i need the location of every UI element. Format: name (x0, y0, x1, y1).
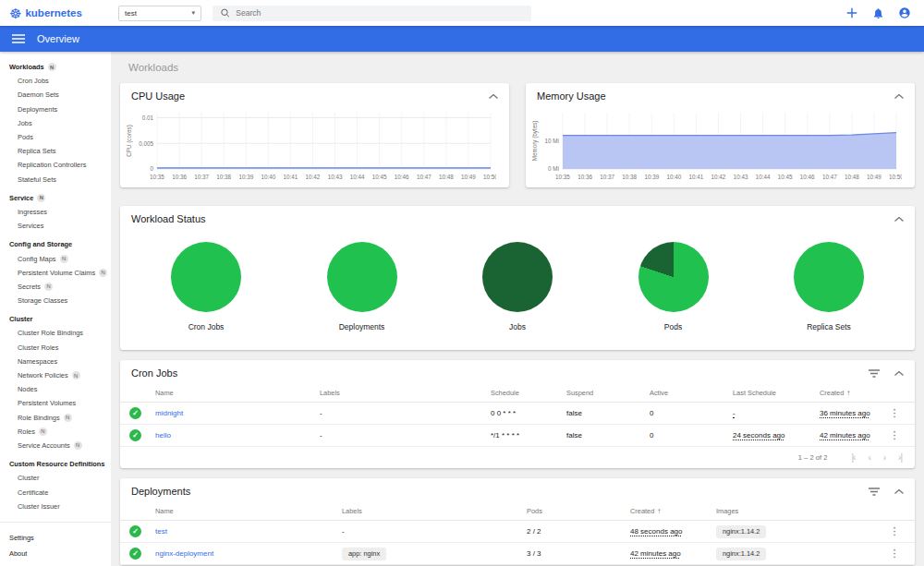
sidebar-item[interactable]: Replication Controllers (0, 158, 111, 172)
namespace-selector[interactable]: test ▾ (118, 6, 201, 21)
namespaced-badge: N (37, 194, 45, 202)
sidebar-item[interactable] (0, 522, 111, 523)
cell-pods: 3 / 3 (527, 549, 630, 558)
column-header[interactable]: Labels (342, 507, 527, 515)
filter-icon[interactable] (869, 369, 880, 378)
sidebar-item[interactable]: Pods (0, 130, 111, 144)
sidebar-item[interactable]: About (0, 547, 111, 560)
filter-icon[interactable] (869, 488, 880, 496)
sidebar-item[interactable]: Persistent Volume Claims N (0, 266, 111, 280)
sidebar-item[interactable]: Cluster Issuer (0, 500, 111, 513)
row-menu-kebab-icon[interactable]: ⋮ (883, 548, 906, 560)
card-title: Cron Jobs (131, 367, 854, 379)
sidebar-item-label: Cron Jobs (18, 77, 49, 85)
table-row: ✓ test - 2 / 2 48 seconds ago nginx:1.14… (120, 521, 915, 543)
sidebar-item[interactable]: Cluster Roles (0, 341, 111, 355)
column-header[interactable]: Name (155, 507, 342, 515)
sidebar-item[interactable]: Replica Sets (0, 144, 111, 158)
row-menu-kebab-icon[interactable]: ⋮ (883, 429, 906, 441)
user-account-icon[interactable] (898, 6, 911, 19)
cell-created: 48 seconds ago (630, 527, 716, 536)
row-menu-kebab-icon[interactable]: ⋮ (883, 407, 906, 419)
sidebar-item-label: Replica Sets (18, 147, 56, 155)
column-header[interactable]: Labels (320, 389, 491, 397)
sidebar-item[interactable]: Storage Classes (0, 294, 111, 307)
svg-text:10:41: 10:41 (689, 174, 704, 180)
sidebar-item[interactable]: Nodes (0, 382, 111, 396)
sidebar-item[interactable]: Secrets N (0, 280, 111, 294)
collapse-chevron-icon[interactable] (894, 94, 904, 99)
svg-text:10:46: 10:46 (800, 174, 815, 180)
column-header[interactable]: Schedule (491, 389, 566, 397)
column-header[interactable]: Pods (527, 507, 630, 515)
notifications-bell-icon[interactable] (872, 7, 884, 19)
sidebar-item[interactable]: Cron Jobs (0, 74, 111, 88)
sidebar-item[interactable]: Service N (0, 191, 111, 205)
sidebar-item[interactable]: Stateful Sets (0, 173, 111, 187)
first-page-icon[interactable]: |‹ (851, 452, 855, 463)
sidebar-item-label: Cluster (18, 474, 39, 482)
status-ok-icon: ✓ (129, 525, 141, 537)
sidebar-item[interactable]: Service Accounts N (0, 439, 111, 452)
collapse-chevron-icon[interactable] (894, 217, 904, 222)
column-header[interactable]: Name (155, 389, 320, 397)
collapse-chevron-icon[interactable] (894, 371, 904, 376)
sidebar-item[interactable]: Cluster (0, 312, 111, 326)
sidebar-item[interactable]: Jobs (0, 116, 111, 130)
pods-status: Pods (638, 242, 709, 331)
image-chip: nginx:1.14.2 (716, 548, 766, 560)
row-menu-kebab-icon[interactable]: ⋮ (883, 525, 906, 537)
sidebar-item[interactable]: Network Policies N (0, 368, 111, 382)
sort-asc-icon: ↑ (846, 389, 850, 397)
sidebar-item[interactable]: Workloads N (0, 60, 111, 74)
cronjob-name-link[interactable]: midnight (155, 409, 320, 417)
svg-text:10:40: 10:40 (261, 174, 275, 180)
search-input[interactable] (236, 8, 524, 18)
collapse-chevron-icon[interactable] (894, 489, 904, 494)
svg-text:10:36: 10:36 (172, 174, 187, 180)
sidebar-item-label: Service (9, 194, 33, 202)
cronjob-name-link[interactable]: hello (155, 431, 320, 440)
deployments-status: Deployments (327, 242, 397, 331)
column-header-sorted[interactable]: Created ↑ (630, 507, 716, 515)
sidebar-item[interactable]: Certificate (0, 485, 111, 499)
sidebar-item[interactable]: Roles N (0, 425, 111, 439)
prev-page-icon[interactable]: ‹ (868, 452, 869, 463)
column-header[interactable]: Suspend (566, 389, 650, 397)
sidebar-item[interactable]: Namespaces (0, 355, 111, 368)
cell-suspend: false (566, 431, 650, 440)
create-plus-icon[interactable] (845, 6, 858, 19)
section-title: Workloads (128, 62, 915, 73)
hamburger-menu-icon[interactable] (12, 34, 25, 43)
svg-text:10:44: 10:44 (350, 174, 365, 180)
sidebar-item[interactable]: Config and Storage (0, 237, 111, 251)
kubernetes-logo: ☸ kubernetes (9, 6, 113, 20)
sidebar-item[interactable]: Ingresses (0, 205, 111, 219)
sidebar-item[interactable]: Cluster Role Bindings (0, 326, 111, 340)
donut-chart (327, 242, 397, 312)
column-header-sorted[interactable]: Created ↑ (820, 389, 883, 397)
replica-sets-status: Replica Sets (794, 242, 864, 331)
sidebar-item[interactable]: Custom Resource Definitions (0, 457, 111, 471)
next-page-icon[interactable]: › (883, 452, 885, 463)
column-header[interactable]: Images (716, 507, 883, 515)
sidebar-item[interactable]: Persistent Volumes (0, 396, 111, 410)
sidebar-item[interactable]: Services (0, 219, 111, 233)
sidebar-item[interactable]: Role Bindings N (0, 411, 111, 425)
column-header[interactable]: Active (650, 389, 733, 397)
collapse-chevron-icon[interactable] (489, 94, 498, 99)
column-header[interactable]: Last Schedule (733, 389, 820, 397)
deployment-name-link[interactable]: nginx-deployment (155, 549, 342, 558)
status-ok-icon: ✓ (129, 429, 141, 441)
sidebar-item[interactable]: Daemon Sets (0, 88, 111, 102)
search-bar[interactable] (213, 6, 531, 21)
sidebar-item[interactable]: Settings (0, 531, 111, 545)
cell-created: 42 minutes ago (820, 431, 883, 440)
svg-text:10:42: 10:42 (711, 174, 726, 180)
sidebar-item[interactable]: Deployments (0, 102, 111, 116)
last-page-icon[interactable]: ›| (898, 452, 902, 463)
deployment-name-link[interactable]: test (155, 527, 342, 536)
sidebar-item[interactable]: Cluster (0, 471, 111, 485)
sidebar-item-label: Network Policies (18, 371, 68, 379)
sidebar-item[interactable]: Config Maps N (0, 251, 111, 265)
